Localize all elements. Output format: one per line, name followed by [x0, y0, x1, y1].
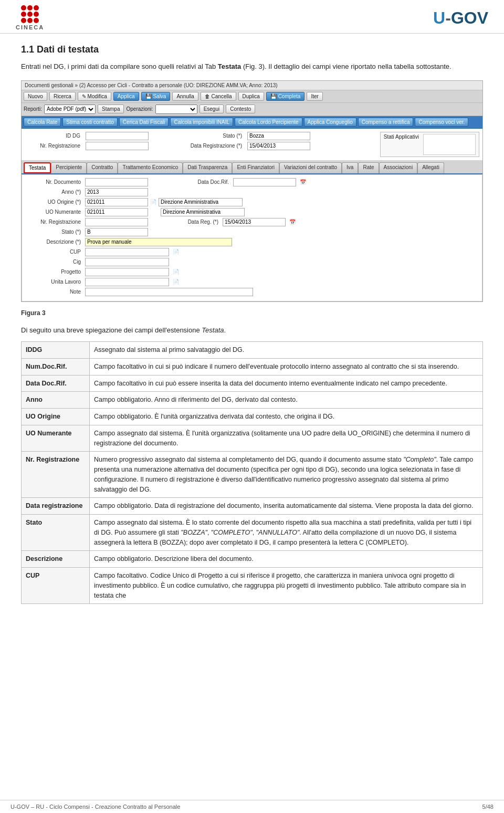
stima-costi-button[interactable]: Stima costi contratto [62, 118, 118, 127]
stato2-input[interactable] [85, 228, 148, 236]
tab-testata[interactable]: Testata [24, 162, 51, 173]
tab-allegati[interactable]: Allegati [417, 162, 444, 173]
page-footer: U-GOV – RU - Ciclo Compensi - Creazione … [0, 800, 504, 813]
operazioni-select[interactable] [155, 105, 197, 114]
salva-button[interactable]: 💾 Salva [141, 92, 171, 101]
compenso-rettifica-button[interactable]: Compenso a rettifica [358, 118, 414, 127]
operazioni-label: Operazioni: [126, 106, 153, 112]
table-desc-cell: Numero progressivo assegnato dal sistema… [90, 452, 483, 498]
data-reg-input[interactable] [223, 218, 286, 226]
tab-variazioni[interactable]: Variazioni del contratto [279, 162, 342, 173]
cup-input[interactable] [85, 248, 169, 256]
description-intro: Di seguito una breve spiegazione dei cam… [21, 325, 483, 336]
uo-numerante-desc-input[interactable] [161, 208, 245, 216]
calcola-rate-button[interactable]: Calcola Rate [24, 118, 61, 127]
table-term-cell: Data registrazione [22, 498, 90, 515]
progetto-input[interactable] [85, 268, 169, 276]
tab-rate[interactable]: Rate [358, 162, 379, 173]
descrizione-input[interactable] [85, 238, 232, 246]
nr-registrazione2-label: Nr. Registrazione [25, 219, 83, 225]
uo-origine-label: UO Origine (*) [25, 199, 83, 205]
tab-finanziatori[interactable]: Enti Finanziatori [232, 162, 279, 173]
intro-paragraph: Entrati nel DG, i primi dati da compilar… [21, 61, 483, 72]
stato-label: Stato (*) [186, 133, 244, 139]
stato2-label: Stato (*) [25, 229, 83, 235]
uo-origine-desc-input[interactable] [159, 198, 243, 206]
calcola-lordo-button[interactable]: Calcola Lordo Percipiente [235, 118, 302, 127]
table-row: Data Doc.Rif.Campo facoltativo in cui pu… [22, 375, 483, 392]
table-row: UO OrigineCampo obbligatorio. È l'unità … [22, 409, 483, 425]
cig-label: Cig [25, 259, 83, 265]
nr-registrazione-input[interactable] [86, 142, 149, 150]
esegui-button[interactable]: Esegui [200, 105, 224, 113]
annulla-button[interactable]: Annulla [172, 92, 198, 101]
data-doc-rif-input[interactable] [233, 178, 296, 186]
cig-input[interactable] [85, 258, 169, 266]
tab-associazioni[interactable]: Associazioni [379, 162, 418, 173]
form-top-area: ID DG Stato (*) Nr. Registrazione Data R… [22, 129, 482, 160]
cancella-button[interactable]: 🗑 Cancella [201, 92, 236, 101]
table-term-cell: Descrizione [22, 551, 90, 568]
table-desc-cell: Campo facoltativo in cui può essere inse… [90, 375, 483, 392]
applica-congueglio-button[interactable]: Applica Congueglio [304, 118, 356, 127]
nr-documento-label: Nr. Documento [25, 179, 83, 185]
progetto-label: Progetto [25, 269, 83, 275]
ricerca-button[interactable]: Ricerca [49, 92, 76, 101]
completa-button[interactable]: 💾 Completa [266, 92, 305, 101]
table-row: Num.Doc.Rif.Campo facoltativo in cui si … [22, 358, 483, 375]
contesto-button[interactable]: Contesto [226, 105, 255, 113]
unita-lavoro-input[interactable] [85, 278, 169, 286]
data-registrazione-input[interactable] [247, 142, 310, 150]
tab-iva[interactable]: Iva [342, 162, 358, 173]
id-dg-input[interactable] [86, 132, 149, 140]
note-label: Note [25, 289, 83, 295]
iter-button[interactable]: Iter [307, 92, 322, 101]
action-bar: Calcola Rate Stima costi contratto Ceric… [22, 116, 482, 129]
table-desc-cell: Campo obbligatorio. Descrizione libera d… [90, 551, 483, 568]
table-term-cell: CUP [22, 568, 90, 604]
compenso-voci-button[interactable]: Compenso voci ver. [415, 118, 468, 127]
table-term-cell: Anno [22, 392, 90, 409]
data-registrazione-label: Data Registrazione (*) [186, 143, 244, 149]
nuovo-button[interactable]: Nuovo [24, 92, 47, 101]
cup-label: CUP [25, 249, 83, 255]
tab-trasparenza[interactable]: Dati Trasparenza [183, 162, 232, 173]
section-title: 1.1 Dati di testata [21, 44, 483, 55]
uo-origine-input[interactable] [85, 198, 148, 206]
table-row: StatoCampo assegnato dal sistema. È lo s… [22, 515, 483, 551]
cineca-label: CINECA [16, 24, 44, 30]
uo-numerante-input[interactable] [85, 208, 148, 216]
nr-registrazione2-input[interactable] [85, 218, 148, 226]
stampa-button[interactable]: Stampa [98, 105, 124, 113]
tabs-bar: Testata Percipiente Contratto Trattament… [22, 160, 482, 174]
page-header: CINECA U-GOV [0, 0, 504, 34]
uo-numerante-label: UO Numerante [25, 209, 83, 215]
table-term-cell: Nr. Registrazione [22, 452, 90, 498]
note-input[interactable] [85, 288, 253, 296]
tab-trattamento[interactable]: Trattamento Economico [118, 162, 183, 173]
modifica-button[interactable]: ✎ Modifica [78, 92, 111, 101]
footer-left: U-GOV – RU - Ciclo Compensi - Creazione … [10, 804, 180, 810]
stato-input[interactable] [247, 132, 310, 140]
cerica-dati-button[interactable]: Cerica Dati Fiscali [119, 118, 169, 127]
reporti-label: Reporti: [24, 106, 42, 112]
descrizione-label: Descrizione (*) [25, 239, 83, 245]
tab-percipiente[interactable]: Percipiente [51, 162, 87, 173]
report-select[interactable]: Adobe PDF (pdf) [44, 105, 96, 114]
applica-button[interactable]: Applica [113, 92, 139, 101]
anno-input[interactable] [85, 188, 148, 196]
main-content: 1.1 Dati di testata Entrati nel DG, i pr… [0, 34, 504, 625]
table-term-cell: IDDG [22, 342, 90, 359]
tab-contratto[interactable]: Contratto [87, 162, 118, 173]
toolbar-2: Reporti: Adobe PDF (pdf) Stampa Operazio… [22, 103, 482, 116]
calcola-imponibili-button[interactable]: Calcola imponibili INAIL [170, 118, 233, 127]
stati-applicativi-box: Stati Applicativi [380, 132, 479, 157]
table-term-cell: Num.Doc.Rif. [22, 358, 90, 375]
duplica-button[interactable]: Duplica [238, 92, 264, 101]
cineca-logo: CINECA [16, 5, 44, 30]
footer-right: 5/48 [482, 804, 494, 810]
table-term-cell: Stato [22, 515, 90, 551]
ui-screenshot: Documenti gestionali » (2) Accesso per C… [21, 80, 483, 302]
nr-documento-input[interactable] [85, 178, 148, 186]
stati-applicativi-label: Stati Applicativi [384, 134, 419, 140]
